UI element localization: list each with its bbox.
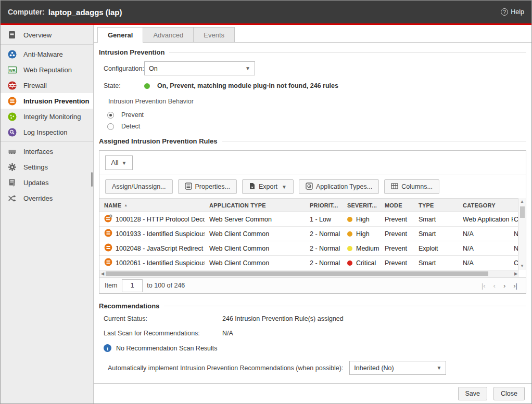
current-status-label: Current Status: <box>104 315 222 322</box>
sidebar: Overview Anti-Malware WR Web Reputation … <box>1 25 94 403</box>
sidebar-item-intrusion-prevention[interactable]: Intrusion Prevention <box>1 93 93 109</box>
application-types-button[interactable]: Application Types... <box>299 179 379 194</box>
last-page-button[interactable]: ›| <box>513 282 517 290</box>
last-scan-label: Last Scan for Recommendations: <box>104 330 222 337</box>
assign-unassign-button[interactable]: Assign/Unassign... <box>105 179 173 194</box>
column-header-type[interactable]: TYPE <box>414 199 458 212</box>
column-header-application-type[interactable]: APPLICATION TYPE <box>205 199 305 212</box>
configuration-dropdown[interactable]: On ▼ <box>144 61 255 75</box>
properties-button[interactable]: Properties... <box>178 179 237 194</box>
first-page-button[interactable]: |‹ <box>482 282 486 290</box>
rules-table-header: NAME▲ APPLICATION TYPE PRIORIT... SEVERI… <box>99 198 519 212</box>
sidebar-divider <box>1 44 93 45</box>
info-icon: i <box>104 344 111 352</box>
columns-label: Columns... <box>401 183 433 190</box>
radio-prevent-control[interactable] <box>107 112 114 119</box>
sidebar-item-overrides[interactable]: Overrides <box>1 190 93 206</box>
rules-section-header: Assigned Intrusion Prevention Rules <box>99 137 526 145</box>
close-button[interactable]: Close <box>493 387 525 400</box>
sidebar-item-interfaces[interactable]: Interfaces <box>1 144 93 159</box>
table-row[interactable]: 1001933 - Identified Suspicious... Web C… <box>99 227 519 241</box>
column-header-name[interactable]: NAME▲ <box>99 199 205 212</box>
auto-implement-dropdown[interactable]: Inherited (No) ▼ <box>349 361 446 375</box>
auto-implement-label: Automatically implement Intrusion Preven… <box>108 364 343 372</box>
sidebar-divider <box>1 141 93 142</box>
help-button[interactable]: ? Help <box>501 8 524 16</box>
configuration-value: On <box>149 65 158 72</box>
state-text: On, Prevent, matching module plug-in not… <box>157 82 338 89</box>
scroll-left-icon[interactable]: ◀ <box>99 271 106 276</box>
column-header-severity[interactable]: SEVERIT... <box>343 199 380 212</box>
scroll-down-icon[interactable]: ▼ <box>520 263 524 270</box>
web-reputation-icon: WR <box>7 65 17 74</box>
chevron-down-icon: ▼ <box>245 66 250 71</box>
behavior-label: Intrusion Prevention Behavior <box>108 98 526 105</box>
overrides-icon <box>7 193 17 203</box>
sidebar-item-label: Settings <box>23 163 48 171</box>
column-header-mode[interactable]: MODE <box>380 199 414 212</box>
title-prefix: Computer: <box>8 8 45 16</box>
radio-detect-label: Detect <box>121 123 140 130</box>
vertical-scroll-thumb[interactable] <box>520 206 525 218</box>
integrity-monitoring-icon <box>7 112 17 121</box>
table-row[interactable]: 1002061 - Identified Suspicious... Web C… <box>99 256 519 270</box>
rules-panel: All ▼ Assign/Unassign... Properties... <box>99 150 526 294</box>
table-vertical-scrollbar[interactable]: ▲ ▼ <box>518 198 526 270</box>
sidebar-item-web-reputation[interactable]: WR Web Reputation <box>1 62 93 77</box>
radio-detect[interactable]: Detect <box>99 123 526 130</box>
footer-bar: Save Close <box>94 383 531 403</box>
radio-prevent-label: Prevent <box>121 111 144 119</box>
interfaces-icon <box>7 147 17 156</box>
item-label: Item <box>105 282 117 289</box>
column-header-priority[interactable]: PRIORIT... <box>305 199 343 212</box>
tabbar: General Advanced Events <box>94 25 531 43</box>
help-icon: ? <box>501 8 508 16</box>
scroll-up-icon[interactable]: ▲ <box>520 198 524 205</box>
overview-icon <box>7 30 17 40</box>
table-row[interactable]: 1002048 - JavaScript Redirect S... Web C… <box>99 241 519 256</box>
next-page-button[interactable]: › <box>503 282 505 290</box>
scroll-right-icon[interactable]: ▶ <box>513 271 519 276</box>
ips-section-title: Intrusion Prevention <box>99 48 164 56</box>
sidebar-scrollbar-thumb[interactable] <box>91 172 93 187</box>
sidebar-item-label: Log Inspection <box>23 128 68 136</box>
no-scan-results-text: No Recommendation Scan Results <box>116 345 218 352</box>
sidebar-item-label: Web Reputation <box>23 66 72 74</box>
sidebar-item-log-inspection[interactable]: Log Inspection <box>1 124 93 140</box>
item-number-input[interactable] <box>122 279 143 292</box>
rule-name: 1001933 - Identified Suspicious... <box>116 230 205 238</box>
radio-detect-control[interactable] <box>107 123 114 130</box>
updates-icon <box>7 178 17 187</box>
rules-toolbar: Assign/Unassign... Properties... Export … <box>99 175 526 198</box>
titlebar: Computer: laptop_adaggs (lap) ? Help <box>1 1 531 23</box>
prev-page-button[interactable]: ‹ <box>493 282 496 290</box>
table-horizontal-scrollbar[interactable]: ◀ ▶ <box>99 270 519 277</box>
tab-advanced[interactable]: Advanced <box>143 27 194 42</box>
range-text: to 100 of 246 <box>147 282 185 289</box>
sidebar-item-label: Interfaces <box>23 148 53 155</box>
svg-text:WR: WR <box>9 68 16 72</box>
save-button[interactable]: Save <box>458 387 488 400</box>
horizontal-scroll-thumb[interactable] <box>106 271 488 276</box>
column-header-category[interactable]: CATEGORY <box>458 199 513 212</box>
state-label: State: <box>104 82 144 89</box>
rules-filter-dropdown[interactable]: All ▼ <box>105 155 133 170</box>
sidebar-item-updates[interactable]: Updates <box>1 175 93 190</box>
tab-general[interactable]: General <box>97 27 143 43</box>
sidebar-item-firewall[interactable]: Firewall <box>1 77 93 93</box>
radio-prevent[interactable]: Prevent <box>99 111 526 119</box>
export-button[interactable]: Export ▼ <box>242 179 294 194</box>
rule-name: 1002048 - JavaScript Redirect S... <box>116 245 205 252</box>
sidebar-item-overview[interactable]: Overview <box>1 27 93 43</box>
sidebar-item-integrity-monitoring[interactable]: Integrity Monitoring <box>1 109 93 124</box>
rule-icon <box>104 229 112 239</box>
page-title: laptop_adaggs (lap) <box>48 8 122 17</box>
tab-events[interactable]: Events <box>194 27 235 42</box>
sidebar-item-anti-malware[interactable]: Anti-Malware <box>1 46 93 62</box>
severity-dot <box>347 246 352 251</box>
chevron-down-icon: ▼ <box>282 184 287 190</box>
table-row[interactable]: 1000128 - HTTP Protocol Decod... Web Ser… <box>99 212 519 227</box>
columns-button[interactable]: Columns... <box>384 179 439 194</box>
firewall-icon <box>7 81 17 90</box>
sidebar-item-settings[interactable]: Settings <box>1 159 93 175</box>
